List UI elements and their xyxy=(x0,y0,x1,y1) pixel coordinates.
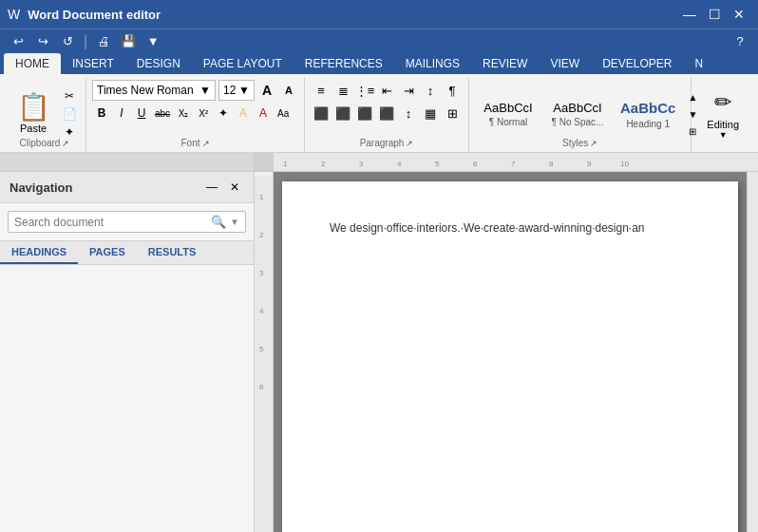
paragraph-expand-icon[interactable]: ↗ xyxy=(406,139,413,148)
paste-button[interactable]: 📋 Paste xyxy=(9,86,57,142)
search-icon[interactable]: 🔍 xyxy=(211,215,226,229)
styles-container: AaBbCcI ¶ Normal AaBbCcI ¶ No Spac... Aa… xyxy=(475,86,700,142)
font-group: Times New Roman ▼ 12 ▼ A A B I U abc X₂ xyxy=(86,78,305,152)
close-button[interactable]: ✕ xyxy=(728,3,750,26)
highlight-button[interactable]: A xyxy=(234,103,253,124)
ruler-bar: 1 2 3 4 5 6 7 8 9 10 xyxy=(0,153,758,172)
search-input[interactable] xyxy=(14,216,207,229)
paste-icon: 📋 xyxy=(17,94,50,121)
svg-text:5: 5 xyxy=(435,160,440,168)
refresh-button[interactable]: ↺ xyxy=(57,31,78,52)
superscript-button[interactable]: X² xyxy=(194,103,213,124)
help-button[interactable]: ? xyxy=(730,31,750,52)
nav-tab-headings[interactable]: HEADINGS xyxy=(0,241,78,264)
restore-button[interactable]: ☐ xyxy=(703,3,726,26)
clipboard-label: Clipboard ↗ xyxy=(4,138,85,148)
vertical-ruler: 1 2 3 4 5 6 xyxy=(255,172,274,532)
nav-controls: — ✕ xyxy=(202,178,244,197)
subscript-button[interactable]: X₂ xyxy=(174,103,193,124)
svg-rect-11 xyxy=(255,176,274,532)
para-list-row: ≡ ≣ ⋮≡ ⇤ ⇥ ↕ ¶ xyxy=(311,80,463,101)
tab-references[interactable]: REFERENCES xyxy=(294,53,394,74)
minimize-button[interactable]: — xyxy=(678,3,701,26)
align-center-button[interactable]: ⬛ xyxy=(332,103,353,124)
print-button[interactable]: 🖨 xyxy=(93,31,114,52)
line-spacing-button[interactable]: ↕ xyxy=(398,103,419,124)
bullet-list-button[interactable]: ≡ xyxy=(311,80,332,101)
align-right-button[interactable]: ⬛ xyxy=(354,103,375,124)
qa-more-button[interactable]: ▼ xyxy=(142,31,163,52)
font-color-button[interactable]: A xyxy=(254,103,273,124)
tab-mailings[interactable]: MAILINGS xyxy=(394,53,471,74)
bold-button[interactable]: B xyxy=(92,103,111,124)
align-justify-button[interactable]: ⬛ xyxy=(376,103,397,124)
editing-group-inner: ✏ Editing ▼ xyxy=(699,82,747,148)
nav-header: Navigation — ✕ xyxy=(0,172,254,203)
num-list-button[interactable]: ≣ xyxy=(332,80,353,101)
style-normal-preview: AaBbCcI xyxy=(483,101,532,116)
svg-rect-0 xyxy=(274,153,758,171)
font-size-down-button[interactable]: A xyxy=(279,80,298,101)
redo-button[interactable]: ↪ xyxy=(32,31,53,52)
style-nospace-preview: AaBbCcI xyxy=(553,101,601,116)
copy-button[interactable]: 📄 xyxy=(59,105,80,123)
quick-access-toolbar: ↩ ↪ ↺ | 🖨 💾 ▼ ? xyxy=(0,28,758,53)
svg-text:1: 1 xyxy=(283,160,288,168)
decrease-indent-button[interactable]: ⇤ xyxy=(376,80,397,101)
horizontal-ruler: 1 2 3 4 5 6 7 8 9 10 xyxy=(274,153,758,171)
tab-view[interactable]: VIEW xyxy=(539,53,591,74)
nav-collapse-button[interactable]: — xyxy=(202,178,221,197)
style-no-space[interactable]: AaBbCcI ¶ No Spac... xyxy=(544,86,611,142)
styles-expand-icon[interactable]: ↗ xyxy=(590,139,597,148)
underline-button[interactable]: U xyxy=(132,103,151,124)
editing-group: ✏ Editing ▼ xyxy=(692,78,754,152)
clear-format-button[interactable]: ✦ xyxy=(214,103,233,124)
multi-list-button[interactable]: ⋮≡ xyxy=(354,80,375,101)
app-title: Word Document editor xyxy=(28,8,161,22)
para-align-row: ⬛ ⬛ ⬛ ⬛ ↕ ▦ ⊞ xyxy=(311,103,463,124)
search-dropdown-arrow[interactable]: ▼ xyxy=(230,217,239,227)
save-button[interactable]: 💾 xyxy=(118,31,139,52)
tab-home[interactable]: HOME xyxy=(4,53,61,74)
italic-button[interactable]: I xyxy=(112,103,131,124)
show-marks-button[interactable]: ¶ xyxy=(442,80,463,101)
borders-button[interactable]: ⊞ xyxy=(442,103,463,124)
nav-search-box[interactable]: 🔍 ▼ xyxy=(8,211,246,233)
nav-content xyxy=(0,265,254,532)
strikethrough-button[interactable]: abc xyxy=(152,103,173,124)
font-name-selector[interactable]: Times New Roman ▼ xyxy=(92,80,216,101)
tab-page-layout[interactable]: PAGE LAYOUT xyxy=(192,53,294,74)
tab-review[interactable]: REVIEW xyxy=(471,53,539,74)
align-left-button[interactable]: ⬛ xyxy=(311,103,332,124)
sort-button[interactable]: ↕ xyxy=(420,80,441,101)
increase-indent-button[interactable]: ⇥ xyxy=(398,80,419,101)
undo-button[interactable]: ↩ xyxy=(8,31,28,52)
tab-developer[interactable]: DEVELOPER xyxy=(591,53,683,74)
font-size-arrow: ▼ xyxy=(238,84,250,97)
styles-label: Styles ↗ xyxy=(469,138,691,148)
font-size-selector[interactable]: 12 ▼ xyxy=(218,80,255,101)
tab-more[interactable]: N xyxy=(683,53,714,74)
ribbon-content: 📋 Paste ✂ 📄 ✦ Clipboard ↗ Times New Rom xyxy=(0,74,758,152)
nav-tab-pages[interactable]: PAGES xyxy=(78,241,137,264)
cut-button[interactable]: ✂ xyxy=(59,87,80,104)
ribbon: HOME INSERT DESIGN PAGE LAYOUT REFERENCE… xyxy=(0,53,758,153)
style-heading1[interactable]: AaBbCc Heading 1 xyxy=(614,86,682,142)
font-size-up-button[interactable]: A xyxy=(257,80,276,101)
scroll-bar[interactable] xyxy=(747,172,758,532)
nav-tab-results[interactable]: RESULTS xyxy=(137,241,208,264)
font-aa-button[interactable]: Aa xyxy=(274,103,293,124)
document-area[interactable]: We design·office·interiors.·We·create·aw… xyxy=(274,172,747,532)
clipboard-expand-icon[interactable]: ↗ xyxy=(62,139,69,148)
tab-design[interactable]: DESIGN xyxy=(125,53,192,74)
style-h1-label: Heading 1 xyxy=(626,119,670,129)
svg-text:8: 8 xyxy=(549,160,554,168)
navigation-panel: Navigation — ✕ 🔍 ▼ HEADINGS PAGES RESULT… xyxy=(0,172,255,532)
font-name-row: Times New Roman ▼ 12 ▼ A A xyxy=(92,80,298,101)
style-normal[interactable]: AaBbCcI ¶ Normal xyxy=(475,86,541,142)
tab-insert[interactable]: INSERT xyxy=(61,53,125,74)
shading-button[interactable]: ▦ xyxy=(420,103,441,124)
nav-close-button[interactable]: ✕ xyxy=(225,178,244,197)
font-expand-icon[interactable]: ↗ xyxy=(202,139,210,148)
editing-button[interactable]: ✏ Editing ▼ xyxy=(699,87,747,142)
